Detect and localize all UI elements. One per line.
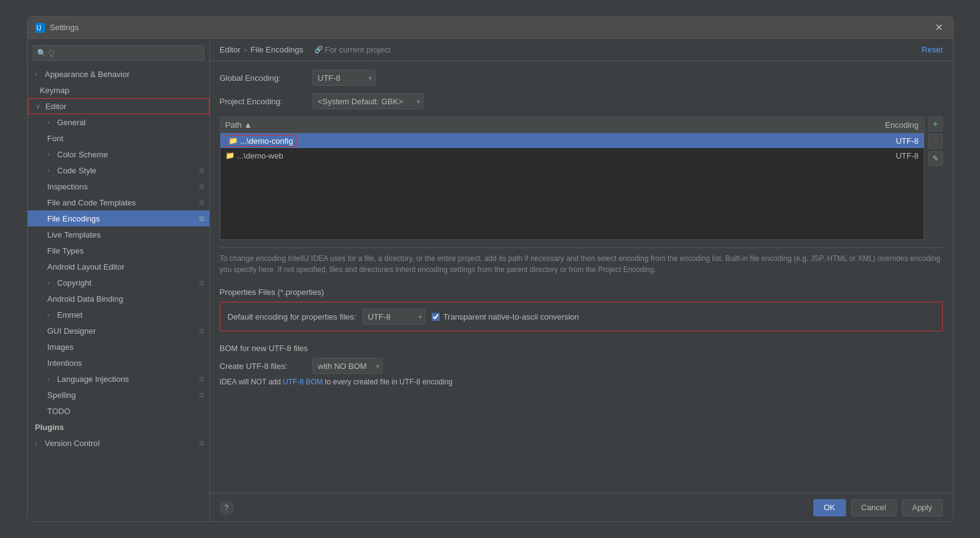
apply-button[interactable]: Apply: [902, 499, 943, 516]
copy-icon: ⧉: [199, 215, 204, 223]
sidebar-item-images[interactable]: Images: [28, 339, 209, 355]
sidebar-item-todo[interactable]: TODO: [28, 403, 209, 419]
copy-icon: ⧉: [199, 439, 204, 447]
copy-icon: ⧉: [199, 183, 204, 191]
expand-arrow: ›: [48, 167, 55, 174]
sidebar-item-appearance-behavior[interactable]: › Appearance & Behavior: [28, 66, 209, 82]
bom-dropdown-wrapper[interactable]: with NO BOM with BOM ▾: [312, 358, 383, 374]
sidebar-label: Version Control: [45, 439, 100, 448]
bom-row: Create UTF-8 files: with NO BOM with BOM…: [220, 358, 943, 374]
project-encoding-label: Project Encoding:: [220, 97, 306, 106]
sidebar-item-android-layout[interactable]: Android Layout Editor: [28, 259, 209, 275]
sidebar-item-version-control[interactable]: › Version Control ⧉: [28, 435, 209, 451]
panel-header: Editor › File Encodings 🔗 For current pr…: [210, 39, 953, 61]
expand-arrow: ›: [48, 376, 55, 383]
sidebar-item-color-scheme[interactable]: › Color Scheme: [28, 146, 209, 162]
sidebar-label: File and Code Templates: [48, 198, 136, 207]
transparent-conversion-checkbox[interactable]: [432, 313, 440, 321]
sidebar-item-file-code-templates[interactable]: File and Code Templates ⧉: [28, 194, 209, 210]
bom-note-suffix: to every created file in UTF-8 encoding: [323, 378, 453, 386]
copy-icon: ⧉: [199, 327, 204, 335]
bottom-bar: ? OK Cancel Apply: [210, 493, 953, 521]
sidebar-label: Keymap: [40, 86, 70, 95]
transparent-conversion-label[interactable]: Transparent native-to-ascii conversion: [443, 312, 579, 321]
sidebar-item-editor[interactable]: ∨ Editor: [28, 98, 209, 114]
ok-button[interactable]: OK: [813, 499, 846, 516]
sidebar-label: Inspections: [48, 182, 88, 191]
expand-arrow: ›: [48, 151, 55, 158]
link-icon: 🔗: [314, 46, 323, 54]
encodings-table: Path ▲ Encoding 📁 ...\: [220, 117, 924, 240]
sidebar-item-intentions[interactable]: Intentions: [28, 355, 209, 371]
sidebar-label: General: [57, 118, 86, 127]
global-encoding-dropdown-wrapper[interactable]: UTF-8 UTF-16 ISO-8859-1 ▾: [312, 70, 375, 86]
create-utf8-label: Create UTF-8 files:: [220, 362, 306, 371]
project-encoding-select[interactable]: <System Default: GBK> UTF-8 UTF-16: [312, 93, 424, 109]
encodings-table-section: Path ▲ Encoding 📁 ...\: [220, 117, 943, 240]
sidebar-item-gui-designer[interactable]: GUI Designer ⧉: [28, 323, 209, 339]
expand-arrow: ›: [48, 312, 55, 318]
copy-icon: ⧉: [199, 167, 204, 175]
search-icon: 🔍: [37, 49, 46, 57]
sidebar-item-general[interactable]: › General: [28, 114, 209, 130]
bom-note-prefix: IDEA will NOT add: [220, 378, 283, 386]
sidebar-item-plugins[interactable]: Plugins: [28, 419, 209, 435]
remove-button[interactable]: −: [928, 134, 943, 149]
path-text: ...\demo-config: [240, 136, 293, 146]
add-button[interactable]: +: [928, 117, 943, 131]
properties-encoding-select[interactable]: UTF-8 UTF-16 ISO-8859-1: [362, 308, 425, 325]
sidebar-item-inspections[interactable]: Inspections ⧉: [28, 178, 209, 194]
sidebar-item-keymap[interactable]: Keymap: [28, 82, 209, 98]
copy-icon: ⧉: [199, 391, 204, 399]
table-body: 📁 ...\demo-config UTF-8 📁 ..: [220, 133, 924, 239]
expand-arrow: ›: [35, 440, 43, 447]
sidebar-label: Language Injections: [57, 375, 129, 384]
panel-body: Global Encoding: UTF-8 UTF-16 ISO-8859-1…: [210, 61, 953, 493]
sidebar-item-file-encodings[interactable]: File Encodings ⧉: [28, 210, 209, 226]
sidebar-item-android-data[interactable]: Android Data Binding: [28, 291, 209, 307]
properties-encoding-dropdown-wrapper[interactable]: UTF-8 UTF-16 ISO-8859-1 ▾: [362, 308, 425, 325]
expand-arrow: ›: [48, 119, 55, 126]
table-row[interactable]: 📁 ...\demo-web UTF-8: [220, 148, 924, 163]
title-bar: IJ Settings ✕: [28, 17, 953, 39]
sidebar-item-spelling[interactable]: Spelling ⧉: [28, 387, 209, 403]
search-input[interactable]: [49, 49, 200, 57]
sidebar-label: Font: [48, 134, 64, 143]
sidebar: 🔍 › Appearance & Behavior Keymap ∨ Edito…: [28, 39, 210, 521]
bom-note-link[interactable]: UTF-8 BOM: [283, 378, 323, 386]
copy-icon: ⧉: [199, 199, 204, 207]
sidebar-item-file-types[interactable]: File Types: [28, 242, 209, 259]
table-side-buttons: + − ✎: [928, 117, 943, 240]
global-encoding-select[interactable]: UTF-8 UTF-16 ISO-8859-1: [312, 70, 375, 86]
sidebar-item-live-templates[interactable]: Live Templates: [28, 226, 209, 242]
settings-dialog: IJ Settings ✕ 🔍 › Appearance & Behavior …: [27, 16, 953, 522]
cancel-button[interactable]: Cancel: [851, 499, 897, 516]
help-button[interactable]: ?: [220, 501, 233, 515]
expand-arrow: ›: [48, 279, 55, 286]
sidebar-label: Color Scheme: [57, 150, 108, 159]
default-encoding-label: Default encoding for properties files:: [228, 312, 356, 321]
path-text: ...\demo-web: [237, 151, 283, 160]
sidebar-item-emmet[interactable]: › Emmet: [28, 307, 209, 323]
right-panel: Editor › File Encodings 🔗 For current pr…: [210, 39, 953, 521]
bom-select[interactable]: with NO BOM with BOM: [312, 358, 383, 374]
sidebar-item-lang-injections[interactable]: › Language Injections ⧉: [28, 371, 209, 387]
sidebar-item-font[interactable]: Font: [28, 130, 209, 146]
project-encoding-dropdown-wrapper[interactable]: <System Default: GBK> UTF-8 UTF-16 ▾: [312, 93, 424, 109]
sidebar-label: Appearance & Behavior: [45, 70, 130, 79]
sidebar-item-copyright[interactable]: › Copyright ⧉: [28, 275, 209, 291]
properties-section: Properties Files (*.properties) Default …: [220, 288, 943, 331]
properties-label: Properties Files (*.properties): [220, 288, 943, 297]
edit-button[interactable]: ✎: [928, 151, 943, 166]
close-button[interactable]: ✕: [933, 22, 945, 34]
search-box[interactable]: 🔍: [33, 45, 204, 61]
project-link[interactable]: 🔗 For current project: [314, 45, 390, 54]
sidebar-item-code-style[interactable]: › Code Style ⧉: [28, 162, 209, 178]
sort-icon: ▲: [244, 120, 252, 130]
table-row[interactable]: 📁 ...\demo-config UTF-8: [220, 133, 924, 148]
sidebar-label: GUI Designer: [48, 326, 96, 336]
reset-button[interactable]: Reset: [922, 45, 943, 54]
copy-icon: ⧉: [199, 375, 204, 383]
td-path: 📁 ...\demo-config: [220, 135, 850, 147]
expand-arrow: ∨: [36, 103, 43, 110]
